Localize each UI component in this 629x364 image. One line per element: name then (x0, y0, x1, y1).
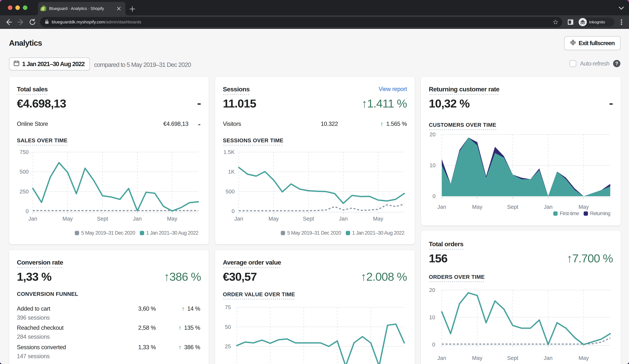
conversion-funnel-label: CONVERSION FUNNEL (17, 291, 78, 299)
customers-over-time-label[interactable]: CUSTOMERS OVER TIME (429, 122, 496, 130)
visitors-delta: ↑ 1.565 % (380, 121, 407, 127)
visitors-value: 10.322 (321, 121, 338, 127)
order-value-over-time-chart[interactable]: 755025JanMaySeptJanMay (223, 304, 407, 364)
sessions-delta: ↑1.411 % (361, 97, 407, 110)
compared-to-label: compared to 5 May 2019–31 Dec 2020 (94, 61, 191, 68)
bookmark-star-icon[interactable] (553, 19, 558, 25)
card-average-order-value: Average order value €30,57 ↑2.008 % ORDE… (215, 250, 415, 364)
returning-value: 10,32 % (429, 97, 470, 110)
browser-tab[interactable]: Blueguard · Analytics · Shopify (38, 2, 125, 15)
channel-delta-dash (198, 124, 200, 125)
funnel-row-sessions-converted: Sessions converted 147 sessions 1,33 % ↑… (17, 344, 201, 360)
dashboard-column-1: Total sales €4.698,13 Online Store €4.69… (9, 77, 209, 364)
sessions-over-time-label[interactable]: SESSIONS OVER TIME (223, 138, 283, 146)
browser-menu-kebab-icon[interactable] (619, 18, 624, 28)
reload-icon[interactable] (29, 18, 36, 27)
sessions-title[interactable]: Sessions (223, 86, 250, 95)
customers-over-time-chart[interactable]: 20100JanMaySeptJanMay (429, 131, 613, 213)
sales-over-time-chart[interactable]: 7505002500JanMaySeptJanMay (17, 150, 201, 225)
exit-fullscreen-button[interactable]: Exit fullscreen (564, 36, 621, 50)
svg-text:May: May (373, 216, 383, 222)
channel-label: Online Store (17, 121, 163, 127)
customers-legend: First-time Returning (553, 211, 610, 216)
svg-text:0: 0 (432, 342, 435, 348)
svg-text:May: May (472, 204, 482, 210)
browser-window: Blueguard · Analytics · Shopify (0, 0, 629, 364)
zoom-window-button[interactable] (23, 5, 27, 10)
svg-text:May: May (167, 216, 177, 222)
dashboard-column-3: Returning customer rate 10,32 % CUSTOMER… (421, 77, 621, 364)
sessions-over-time-chart[interactable]: 1.5K1K5000JanMaySeptJanMay (223, 150, 407, 225)
visitors-label: Visitors (223, 121, 407, 127)
funnel-delta: ↑135 % (179, 325, 200, 331)
orders-delta: ↑7.700 % (567, 252, 613, 265)
svg-text:75: 75 (225, 304, 231, 310)
funnel-delta-value: 14 % (187, 306, 200, 312)
svg-text:500: 500 (20, 169, 29, 175)
svg-text:Sept: Sept (507, 355, 518, 361)
incognito-icon (579, 18, 587, 26)
sessions-value: 11.015 (223, 97, 256, 110)
legend-item-current: 1 Jan 2021–30 Aug 2022 (346, 230, 404, 236)
new-tab-button[interactable] (129, 6, 136, 12)
visitors-delta-arrow-icon: ↑ (380, 121, 383, 127)
url-bar[interactable]: blueguarddk.myshopify.com/admin/dashboar… (40, 17, 562, 27)
aov-title[interactable]: Average order value (223, 259, 281, 268)
back-icon[interactable] (5, 18, 12, 27)
svg-text:Jan: Jan (133, 216, 142, 222)
total-sales-delta (197, 103, 201, 105)
sessions-legend: 5 May 2019–31 Dec 2020 1 Jan 2021–30 Aug… (281, 230, 404, 236)
svg-text:0: 0 (232, 208, 235, 214)
legend-item-returning: Returning (584, 211, 610, 216)
legend-item-compare: 5 May 2019–31 Dec 2020 (281, 230, 341, 236)
svg-text:Jan: Jan (438, 204, 446, 210)
forward-icon[interactable] (17, 18, 24, 27)
side-panel-icon[interactable] (568, 19, 573, 26)
svg-text:Jan: Jan (438, 355, 446, 361)
funnel-value: 3,60 % (138, 306, 156, 312)
svg-text:May: May (579, 355, 589, 361)
close-window-button[interactable] (8, 5, 12, 10)
shopify-favicon (40, 5, 46, 12)
conversion-rate-title[interactable]: Conversion rate (17, 259, 63, 268)
macos-traffic-lights (8, 5, 27, 10)
orders-over-time-chart[interactable]: 20100JanMaySeptJanMay (429, 287, 613, 364)
minimize-window-button[interactable] (15, 5, 20, 10)
page-title: Analytics (9, 39, 42, 47)
tab-close-icon[interactable] (116, 5, 122, 12)
funnel-value: 2,58 % (138, 325, 156, 331)
legend-item-compare: 5 May 2019–31 Dec 2020 (75, 230, 135, 236)
auto-refresh-checkbox[interactable] (569, 60, 576, 67)
view-report-link[interactable]: View report (379, 86, 407, 92)
total-sales-title[interactable]: Total sales (17, 86, 48, 95)
svg-text:500: 500 (226, 188, 235, 194)
auto-refresh-help-icon[interactable]: ? (613, 60, 620, 67)
incognito-badge[interactable]: Inkognito (578, 17, 615, 27)
incognito-label: Inkognito (589, 20, 605, 24)
exit-fullscreen-label: Exit fullscreen (579, 40, 615, 47)
legend-label-first-time: First-time (560, 211, 579, 216)
date-range-button[interactable]: 1 Jan 2021–30 Aug 2022 (9, 58, 90, 70)
legend-label-current: 1 Jan 2021–30 Aug 2022 (146, 230, 198, 236)
url-text: blueguarddk.myshopify.com/admin/dashboar… (52, 20, 141, 24)
legend-swatch-compare (75, 231, 79, 235)
orders-title[interactable]: Total orders (429, 241, 463, 250)
legend-item-first-time: First-time (553, 211, 579, 216)
card-conversion-rate: Conversion rate 1,33 % ↑386 % CONVERSION… (9, 250, 209, 364)
legend-swatch-current (140, 231, 144, 235)
returning-delta (610, 103, 613, 105)
total-sales-breakdown-row: Online Store €4.698,13 (17, 121, 201, 127)
svg-text:10: 10 (430, 162, 436, 168)
svg-text:1K: 1K (228, 169, 235, 175)
order-value-over-time-label[interactable]: ORDER VALUE OVER TIME (223, 292, 295, 300)
orders-value: 156 (429, 252, 447, 265)
aov-value: €30,57 (223, 270, 257, 283)
svg-text:1.5K: 1.5K (223, 150, 235, 155)
orders-over-time-label[interactable]: ORDERS OVER TIME (429, 274, 485, 282)
legend-item-current: 1 Jan 2021–30 Aug 2022 (140, 230, 198, 236)
svg-text:Jan: Jan (234, 216, 243, 222)
sales-over-time-label[interactable]: SALES OVER TIME (17, 138, 67, 146)
tab-search-chevron-icon[interactable] (619, 6, 624, 11)
returning-title[interactable]: Returning customer rate (429, 86, 499, 95)
funnel-sessions: 284 sessions (17, 334, 201, 340)
